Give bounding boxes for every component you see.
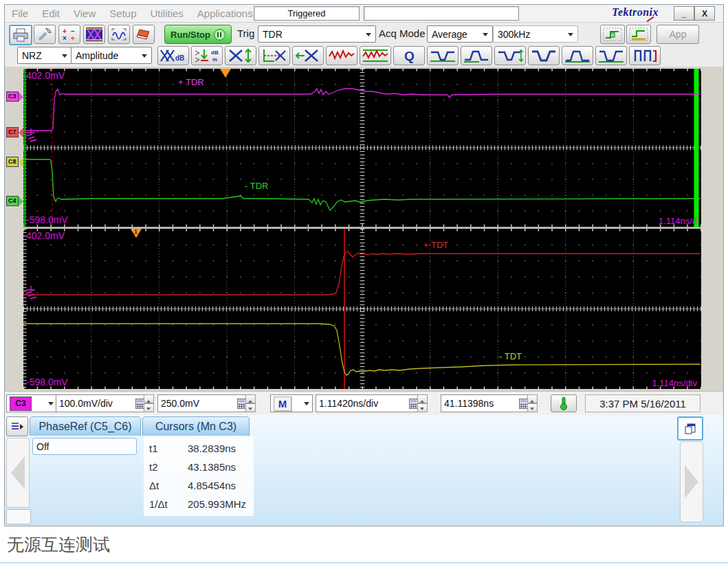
waveform-scale-icon	[111, 27, 127, 41]
channel-arrow-icon	[19, 197, 23, 206]
trigger-marker[interactable]	[220, 69, 231, 78]
run-stop-button[interactable]: Run/Stop	[164, 25, 232, 44]
wave-label: -598.0mV	[26, 214, 68, 225]
svg-text:dB: dB	[211, 49, 219, 56]
wave-label: 402.0mV	[26, 70, 65, 81]
trigger-marker[interactable]: 1	[131, 229, 142, 238]
channel-select[interactable]: C3	[6, 394, 57, 412]
panel-scroll-right-button[interactable]	[680, 441, 703, 522]
chevron-down-icon	[483, 33, 488, 39]
dbm-level-button[interactable]: dB m	[191, 46, 223, 65]
eye-diagram-button[interactable]	[83, 25, 105, 44]
trig-source-select[interactable]: TDR	[258, 25, 376, 43]
wrench-icon	[36, 27, 53, 41]
pulse-amplitude-button[interactable]	[494, 46, 526, 65]
eye-db-button[interactable]: dB	[157, 46, 189, 65]
rz-pulse-button[interactable]	[427, 46, 459, 65]
eye-height-icon	[227, 48, 254, 63]
pos-pulse-button[interactable]	[562, 46, 593, 65]
horizontal-scale-spinner[interactable]	[417, 394, 428, 412]
wave-label: 1.114ns/d	[659, 216, 697, 226]
tab-cursors[interactable]: Cursors (Mn C3)	[142, 416, 250, 436]
pulse-rise-icon	[463, 48, 490, 63]
jitter-button[interactable]	[326, 46, 357, 65]
signal-format-select[interactable]: NRZ	[17, 47, 72, 64]
vertical-offset-field[interactable]: 250.0mV	[157, 394, 250, 412]
eraser-button[interactable]	[133, 25, 155, 44]
crossing-level-button[interactable]	[258, 46, 290, 65]
gate-brackets-button[interactable]	[629, 46, 661, 65]
channel-marker-c3[interactable]: C3	[6, 91, 23, 102]
chevron-down-icon	[568, 33, 573, 39]
gate-brackets-icon	[631, 48, 659, 63]
menu-view[interactable]: View	[67, 8, 102, 19]
pulse-fall-button[interactable]	[528, 46, 560, 65]
pulse-save-button[interactable]	[626, 25, 651, 44]
temperature-button[interactable]	[551, 394, 577, 412]
pulse-rise-button[interactable]	[461, 46, 492, 65]
eye-height-button[interactable]	[225, 46, 256, 65]
menu-applications[interactable]: Applications	[190, 8, 260, 19]
measurement-select[interactable]: Amplitude	[71, 47, 152, 64]
minimize-button[interactable]: _	[674, 6, 694, 21]
chevron-down-icon	[142, 54, 147, 60]
channel-marker-c8[interactable]: C8	[6, 157, 23, 167]
app-button[interactable]: App	[657, 25, 699, 44]
bandwidth-select[interactable]: 300kHz	[493, 25, 578, 43]
waveform-scale-button[interactable]	[108, 25, 130, 44]
panel-scroll-left-button[interactable]	[6, 438, 30, 508]
thermometer-icon	[559, 397, 569, 410]
menu-setup[interactable]: Setup	[102, 8, 143, 19]
channel-marker-c4[interactable]: C4	[6, 196, 23, 206]
windows-icon	[684, 423, 696, 435]
close-button[interactable]: X	[694, 6, 715, 21]
print-button[interactable]	[9, 25, 32, 45]
vertical-scale-spinner[interactable]	[144, 394, 154, 412]
jitter-limits-button[interactable]	[360, 46, 391, 65]
readout-row: t1 38.2839ns	[144, 439, 254, 458]
vertical-offset-spinner[interactable]	[245, 394, 256, 412]
svg-text:m: m	[212, 56, 217, 63]
svg-text:dB: dB	[175, 54, 184, 62]
acq-mode-select[interactable]: Average	[427, 25, 493, 43]
channel-gutter: C3C7C8C4	[5, 67, 23, 391]
horizontal-position-spinner[interactable]	[527, 394, 538, 412]
panel-corner-button[interactable]	[6, 509, 31, 524]
q-factor-button[interactable]: Q	[393, 46, 425, 65]
panel-list-icon	[10, 421, 24, 433]
horizontal-position-field[interactable]: 41.11398ns	[441, 394, 531, 412]
datetime-display: 3:37 PM 5/16/2011	[585, 394, 701, 412]
channel-marker-c7[interactable]: C7	[6, 127, 23, 137]
math-button[interactable]: + − × ÷	[58, 25, 80, 44]
horizontal-scale-field[interactable]: 1.11420ns/div	[316, 394, 421, 412]
setup-wrench-button[interactable]	[34, 25, 56, 44]
menu-utilities[interactable]: Utilities	[143, 8, 190, 19]
readout-value: 205.993MHz	[188, 498, 246, 510]
timebase-select[interactable]: M	[270, 394, 313, 412]
wave-label: + TDT	[423, 240, 448, 250]
menu-bar: File Edit View Setup Utilities Applicati…	[5, 5, 723, 23]
readout-row: Δt 4.85454ns	[144, 476, 254, 495]
tab-phaseref[interactable]: PhaseRef (C5_C6)	[30, 416, 141, 436]
chevron-down-icon	[62, 54, 67, 60]
wave-label: - TDT	[499, 351, 522, 361]
wave-label: 402.0mV	[26, 230, 65, 241]
panel-window-button[interactable]	[677, 416, 703, 440]
vertical-scale-field[interactable]: 100.0mV/div	[56, 394, 148, 412]
phaseref-off-button[interactable]: Off	[32, 438, 137, 455]
eraser-icon	[135, 27, 152, 41]
channel-arrow-icon	[19, 128, 23, 137]
readout-value: 4.85454ns	[188, 480, 236, 491]
eye-width-button[interactable]	[292, 46, 324, 65]
neg-pulse-button[interactable]	[595, 46, 627, 65]
menu-file[interactable]: File	[5, 8, 35, 19]
pause-icon	[214, 29, 225, 41]
menu-edit[interactable]: Edit	[35, 8, 67, 19]
tdt-display[interactable]: 402.0mV-598.0mV1.114ns/div+ TDT- TDT1	[23, 229, 701, 389]
pulse-capture-button[interactable]	[600, 25, 625, 44]
status-field	[364, 6, 519, 21]
crossing-level-icon	[261, 48, 288, 63]
wave-label: - TDR	[245, 181, 268, 191]
panel-collapse-button[interactable]	[6, 416, 28, 436]
tdr-display[interactable]: 402.0mV-598.0mV1.114ns/d+ TDR- TDR	[23, 69, 701, 227]
